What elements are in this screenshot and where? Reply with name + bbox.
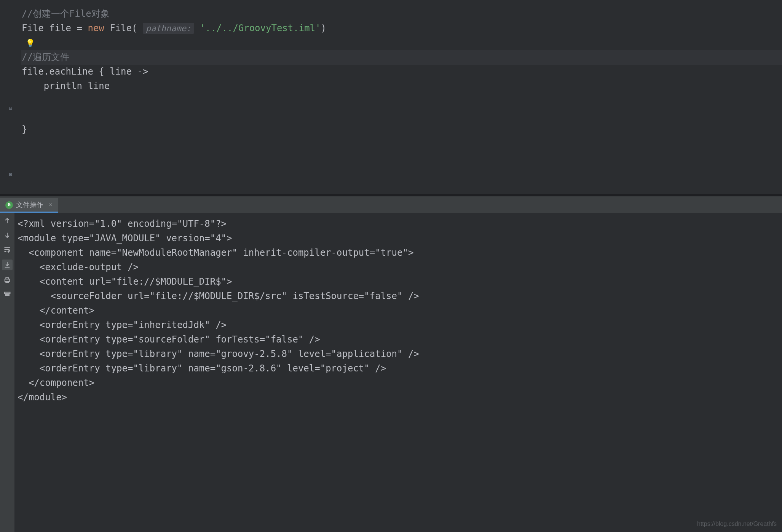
close-icon[interactable]: × (49, 200, 53, 210)
watermark-text: https://blog.csdn.net/Greathfs (697, 519, 777, 529)
fold-marker-icon[interactable]: ⊟ (9, 104, 12, 113)
output-line: <sourceFolder url="file://$MODULE_DIR$/s… (18, 289, 779, 304)
tool-gutter (0, 213, 14, 532)
code-line-highlighted: //遍历文件 (21, 50, 782, 65)
parameter-hint: pathname: (143, 23, 194, 34)
svg-rect-1 (5, 292, 10, 294)
console-output[interactable]: <?xml version="1.0" encoding="UTF-8"?> <… (14, 213, 782, 532)
code-line (21, 94, 782, 108)
up-arrow-icon[interactable] (3, 216, 12, 225)
bulb-icon[interactable]: 💡 (26, 37, 35, 49)
svg-rect-2 (5, 295, 9, 296)
output-line: <orderEntry type="library" name="groovy-… (18, 347, 779, 362)
comment-text: //遍历文件 (22, 52, 69, 62)
output-line: <orderEntry type="library" name="gson-2.… (18, 362, 779, 376)
code-line (21, 108, 782, 123)
down-arrow-icon[interactable] (3, 231, 12, 240)
output-line: <orderEntry type="inheritedJdk" /> (18, 318, 779, 333)
code-line: 💡 (21, 36, 782, 50)
code-line: //创建一个File对象 (21, 7, 782, 21)
run-tab-bar: G 文件操作 × (0, 196, 782, 213)
run-tab[interactable]: G 文件操作 × (0, 198, 58, 213)
code-line: println line (21, 79, 782, 94)
output-line: <content url="file://$MODULE_DIR$"> (18, 275, 779, 289)
scroll-to-end-icon[interactable] (2, 260, 13, 270)
code-editor[interactable]: //创建一个File对象 File file = new File( pathn… (21, 0, 782, 194)
code-line: File file = new File( pathname: '../../G… (21, 21, 782, 36)
fold-marker-icon[interactable]: ⊟ (9, 170, 12, 179)
wrap-icon[interactable] (3, 245, 12, 254)
output-line: </module> (18, 390, 779, 405)
code-line: file.eachLine { line -> (21, 65, 782, 79)
output-line: <module type="JAVA_MODULE" version="4"> (18, 231, 779, 246)
output-line: <orderEntry type="sourceFolder" forTests… (18, 333, 779, 347)
print-icon[interactable] (3, 276, 12, 285)
ide-window: ⊟ ⊟ //创建一个File对象 File file = new File( p… (0, 0, 782, 532)
editor-pane: ⊟ ⊟ //创建一个File对象 File file = new File( p… (0, 0, 782, 194)
output-line: <exclude-output /> (18, 260, 779, 275)
tab-label: 文件操作 (16, 199, 43, 210)
output-pane: <?xml version="1.0" encoding="UTF-8"?> <… (0, 213, 782, 532)
comment-text: //创建一个File对象 (22, 8, 110, 19)
groovy-icon: G (5, 201, 13, 209)
output-line: </content> (18, 304, 779, 318)
code-line: } (21, 123, 782, 137)
output-line: <component name="NewModuleRootManager" i… (18, 246, 779, 260)
svg-rect-0 (5, 279, 10, 282)
output-line: <?xml version="1.0" encoding="UTF-8"?> (18, 217, 779, 231)
output-line: </component> (18, 376, 779, 390)
filter-icon[interactable] (3, 290, 12, 299)
editor-gutter: ⊟ ⊟ (0, 0, 21, 194)
